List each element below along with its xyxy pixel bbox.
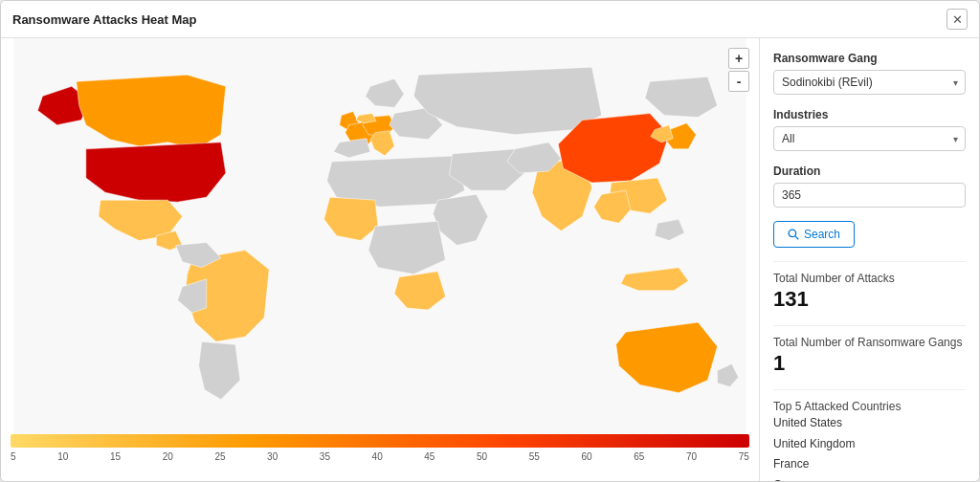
divider-1 (773, 261, 966, 262)
svg-line-2 (795, 236, 798, 239)
industries-select[interactable]: All Healthcare Finance Government Educat… (773, 126, 966, 151)
divider-2 (773, 325, 966, 326)
total-attacks-value: 131 (773, 287, 966, 312)
search-button[interactable]: Search (773, 221, 855, 248)
top-countries-label: Top 5 Attacked Countries (773, 400, 966, 413)
duration-section: Duration (773, 164, 966, 208)
title-bar: Ransomware Attacks Heat Map ✕ (1, 1, 979, 38)
map-controls: + - (728, 48, 749, 92)
search-section: Search (773, 221, 966, 248)
industries-label: Industries (773, 108, 966, 121)
window-title: Ransomware Attacks Heat Map (12, 12, 196, 27)
duration-input[interactable] (773, 183, 966, 208)
total-attacks-section: Total Number of Attacks 131 (773, 272, 966, 312)
zoom-out-button[interactable]: - (728, 71, 749, 92)
ransomware-gang-label: Ransomware Gang (773, 52, 966, 65)
divider-3 (773, 389, 966, 390)
countries-list: United StatesUnited KingdomFranceGermany… (773, 413, 966, 481)
industries-section: Industries All Healthcare Finance Govern… (773, 108, 966, 151)
total-gangs-label: Total Number of Ransomware Gangs (773, 336, 966, 349)
world-map (1, 38, 759, 443)
total-gangs-value: 1 (773, 351, 966, 376)
list-item: United Kingdom (773, 434, 966, 455)
legend-labels: 5 10 15 20 25 30 35 40 45 50 55 60 65 70… (11, 451, 749, 462)
main-window: Ransomware Attacks Heat Map ✕ + - (0, 0, 980, 482)
list-item: France (773, 454, 966, 475)
map-legend: 5 10 15 20 25 30 35 40 45 50 55 60 65 70… (11, 434, 749, 462)
industries-wrapper: All Healthcare Finance Government Educat… (773, 126, 966, 151)
list-item: Germany (773, 475, 966, 481)
zoom-in-button[interactable]: + (728, 48, 749, 69)
map-area: + - (1, 38, 759, 481)
ransomware-gang-wrapper: Sodinokibi (REvil) Maze DoppelPaymer Ryu… (773, 70, 966, 95)
content-area: + - (1, 38, 979, 481)
total-gangs-section: Total Number of Ransomware Gangs 1 (773, 336, 966, 376)
duration-label: Duration (773, 164, 966, 178)
svg-point-1 (789, 230, 796, 237)
top-countries-section: Top 5 Attacked Countries United StatesUn… (773, 400, 966, 481)
sidebar: Ransomware Gang Sodinokibi (REvil) Maze … (759, 38, 979, 481)
list-item: United States (773, 413, 966, 434)
search-icon (788, 229, 799, 240)
close-button[interactable]: ✕ (947, 9, 968, 30)
legend-gradient (11, 434, 749, 448)
total-attacks-label: Total Number of Attacks (773, 272, 966, 285)
ransomware-gang-section: Ransomware Gang Sodinokibi (REvil) Maze … (773, 52, 966, 95)
ransomware-gang-select[interactable]: Sodinokibi (REvil) Maze DoppelPaymer Ryu… (773, 70, 966, 95)
